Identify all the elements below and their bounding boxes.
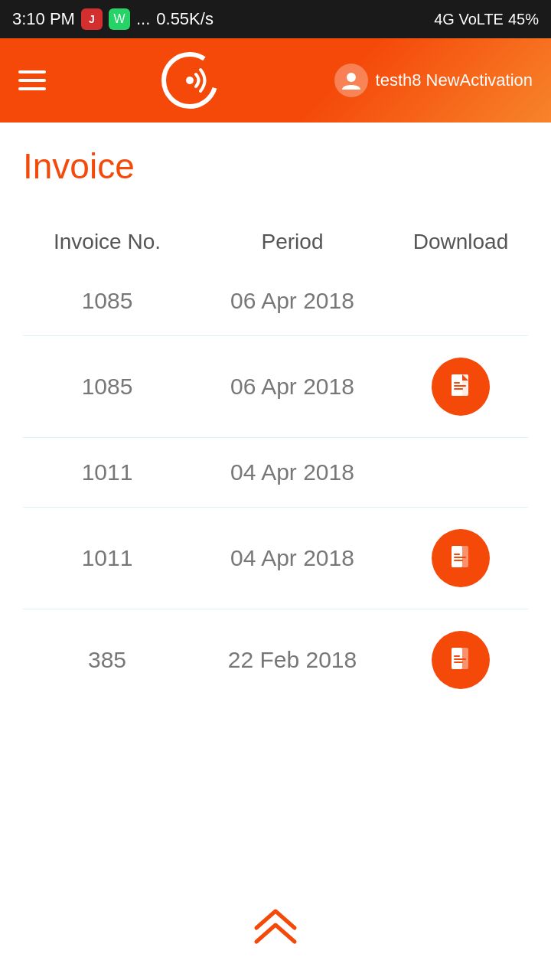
time-display: 3:10 PM bbox=[12, 9, 75, 29]
svg-rect-12 bbox=[454, 554, 460, 555]
invoice-no-value: 1011 bbox=[23, 545, 191, 571]
table-row: 385 22 Feb 2018 bbox=[23, 609, 528, 710]
menu-button[interactable] bbox=[18, 70, 46, 90]
header-download: Download bbox=[393, 230, 528, 254]
jio-app-icon: J bbox=[81, 8, 103, 30]
scroll-to-top-button[interactable] bbox=[249, 903, 302, 949]
svg-rect-10 bbox=[454, 557, 466, 558]
period-value: 06 Apr 2018 bbox=[191, 288, 393, 314]
table-header: Invoice No. Period Download bbox=[23, 217, 528, 266]
svg-rect-16 bbox=[454, 662, 463, 663]
table-row: 1011 04 Apr 2018 bbox=[23, 508, 528, 609]
page-title: Invoice bbox=[23, 145, 528, 187]
period-value: 06 Apr 2018 bbox=[191, 374, 393, 400]
svg-rect-5 bbox=[454, 385, 466, 387]
download-cell bbox=[393, 529, 528, 587]
download-cell bbox=[393, 631, 528, 689]
invoice-no-value: 1085 bbox=[23, 374, 191, 400]
user-name-label: testh8 NewActivation bbox=[376, 70, 533, 90]
bottom-nav bbox=[0, 903, 551, 949]
period-value: 04 Apr 2018 bbox=[191, 545, 393, 571]
extra-icons: ... bbox=[136, 9, 150, 29]
header-period: Period bbox=[191, 230, 393, 254]
navbar: testh8 NewActivation bbox=[0, 38, 551, 122]
period-value: 22 Feb 2018 bbox=[191, 647, 393, 673]
svg-rect-11 bbox=[454, 560, 463, 561]
network-type: 4G VoLTE bbox=[434, 11, 504, 28]
svg-rect-6 bbox=[454, 388, 463, 390]
main-content: Invoice Invoice No. Period Download 1085… bbox=[0, 122, 551, 710]
user-section[interactable]: testh8 NewActivation bbox=[334, 64, 533, 97]
network-speed: 0.55K/s bbox=[156, 9, 214, 29]
period-value: 04 Apr 2018 bbox=[191, 459, 393, 485]
svg-point-2 bbox=[347, 73, 356, 82]
status-left: 3:10 PM J W ... 0.55K/s bbox=[12, 8, 214, 30]
status-bar: 3:10 PM J W ... 0.55K/s 4G VoLTE 45% bbox=[0, 0, 551, 38]
svg-rect-7 bbox=[454, 382, 460, 384]
invoice-no-value: 1011 bbox=[23, 459, 191, 485]
download-pdf-button[interactable] bbox=[432, 358, 490, 416]
invoice-no-value: 1085 bbox=[23, 288, 191, 314]
app-logo bbox=[159, 50, 220, 111]
svg-rect-15 bbox=[454, 658, 466, 660]
download-pdf-button[interactable] bbox=[432, 529, 490, 587]
download-cell bbox=[393, 358, 528, 416]
invoice-no-value: 385 bbox=[23, 647, 191, 673]
table-row: 1085 06 Apr 2018 bbox=[23, 266, 528, 336]
status-right: 4G VoLTE 45% bbox=[434, 11, 539, 28]
invoice-table: Invoice No. Period Download 1085 06 Apr … bbox=[23, 217, 528, 710]
whatsapp-icon: W bbox=[109, 8, 130, 30]
battery-level: 45% bbox=[508, 11, 539, 28]
download-pdf-button[interactable] bbox=[432, 631, 490, 689]
header-invoice-no: Invoice No. bbox=[23, 230, 191, 254]
svg-point-1 bbox=[186, 77, 194, 84]
table-row: 1085 06 Apr 2018 bbox=[23, 336, 528, 438]
user-avatar-icon bbox=[334, 64, 368, 97]
svg-rect-17 bbox=[454, 655, 460, 657]
table-row: 1011 04 Apr 2018 bbox=[23, 438, 528, 508]
